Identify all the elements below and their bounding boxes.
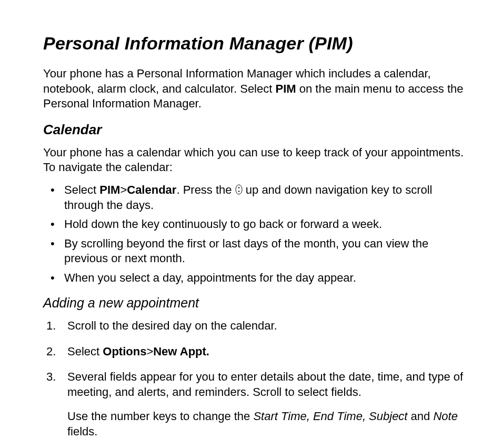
intro-paragraph: Your phone has a Personal Information Ma… <box>43 66 465 112</box>
calendar-lead: Your phone has a calendar which you can … <box>43 145 465 175</box>
intro-pim-label: PIM <box>275 82 296 95</box>
bullet1-gt: > <box>120 183 127 196</box>
step3-sub: Use the number keys to change the Start … <box>67 409 465 439</box>
svg-point-2 <box>238 191 239 192</box>
navigation-key-icon <box>235 184 243 195</box>
step-item: Several fields appear for you to enter d… <box>43 370 465 439</box>
step3-fields2: Note <box>433 410 457 423</box>
svg-point-1 <box>238 187 239 188</box>
list-item: Hold down the key continuously to go bac… <box>43 217 465 232</box>
calendar-bullets: Select PIM>Calendar. Press the up and do… <box>43 183 465 286</box>
step2-options: Options <box>103 345 146 358</box>
step3-sub-mid: and <box>407 410 433 423</box>
step2-pre: Select <box>67 345 103 358</box>
step3-sub-post: fields. <box>67 425 97 438</box>
adding-steps: Scroll to the desired day on the calenda… <box>43 318 465 440</box>
step2-newappt: New Appt. <box>153 345 209 358</box>
svg-point-0 <box>236 185 242 194</box>
list-item: By scrolling beyond the first or last da… <box>43 236 465 266</box>
bullet1-pre: Select <box>64 183 99 196</box>
page-title: Personal Information Manager (PIM) <box>43 32 465 55</box>
bullet1-calendar: Calendar <box>127 183 176 196</box>
bullet1-pim: PIM <box>99 183 120 196</box>
calendar-heading: Calendar <box>43 121 465 139</box>
step3-sub-pre: Use the number keys to change the <box>67 410 253 423</box>
document-page: Personal Information Manager (PIM) Your … <box>0 0 502 448</box>
step-item: Select Options>New Appt. <box>43 344 465 360</box>
step3-main: Several fields appear for you to enter d… <box>67 370 463 399</box>
step2-gt: > <box>146 345 153 358</box>
bullet1-aftercal: . Press the <box>176 183 235 196</box>
list-item: When you select a day, appointments for … <box>43 271 465 286</box>
list-item: Select PIM>Calendar. Press the up and do… <box>43 183 465 213</box>
adding-subheading: Adding a new appointment <box>43 294 465 312</box>
step-item: Scroll to the desired day on the calenda… <box>43 318 465 334</box>
step3-fields1: Start Time, End Time, Subject <box>253 410 407 423</box>
